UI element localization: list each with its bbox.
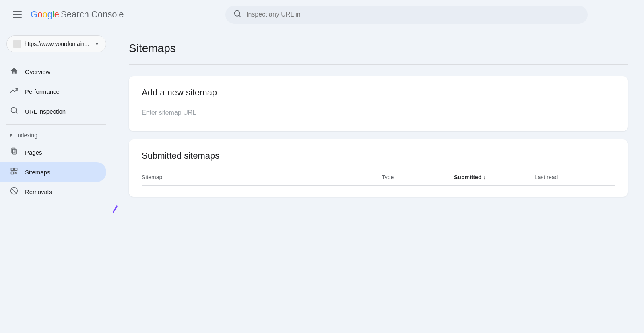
app-logo: Google Search Console <box>31 9 124 20</box>
logo-o1: o <box>37 9 42 19</box>
url-search-icon <box>10 106 19 116</box>
sidebar-item-sitemaps[interactable]: Sitemaps <box>0 162 106 182</box>
menu-button[interactable] <box>10 8 25 21</box>
logo-g: G <box>31 9 37 19</box>
svg-rect-6 <box>11 168 14 171</box>
pages-icon <box>10 147 19 157</box>
svg-rect-4 <box>12 148 15 153</box>
page-title: Sitemaps <box>129 42 628 55</box>
add-sitemap-card: Add a new sitemap <box>129 76 628 131</box>
annotation-arrow <box>113 198 133 279</box>
url-inspect-input[interactable] <box>246 11 580 18</box>
indexing-section-label: Indexing <box>16 132 37 139</box>
chevron-icon: ▾ <box>10 132 12 138</box>
col-header-submitted: Submitted ↓ <box>454 174 535 180</box>
top-header: Google Search Console <box>0 0 644 29</box>
sidebar-item-performance[interactable]: Performance <box>0 82 106 101</box>
domain-text: https://www.yourdomain... <box>25 41 91 47</box>
sidebar-item-overview-label: Overview <box>25 68 50 75</box>
sidebar-item-url-inspection[interactable]: URL inspection <box>0 101 106 121</box>
logo-g2: g <box>47 9 52 19</box>
logo-e: e <box>54 9 59 19</box>
submitted-sitemaps-card: Submitted sitemaps Sitemap Type Submitte… <box>129 139 628 197</box>
domain-favicon <box>13 40 21 48</box>
svg-rect-7 <box>15 168 17 171</box>
col-header-type: Type <box>382 174 454 180</box>
add-sitemap-title: Add a new sitemap <box>142 87 615 98</box>
sidebar-item-pages[interactable]: Pages <box>0 143 106 162</box>
main-content: Sitemaps Add a new sitemap Submitted sit… <box>113 29 644 333</box>
sitemap-url-input[interactable] <box>142 106 615 120</box>
domain-selector[interactable]: https://www.yourdomain... ▼ <box>6 35 106 52</box>
home-icon <box>10 67 19 77</box>
sidebar-divider <box>6 124 106 125</box>
sidebar-item-removals[interactable]: Removals <box>0 182 106 202</box>
sitemaps-table-header: Sitemap Type Submitted ↓ Last read <box>142 169 615 186</box>
sidebar-item-sitemaps-label: Sitemaps <box>25 169 50 176</box>
col-header-sitemap: Sitemap <box>142 174 382 180</box>
title-divider <box>129 64 628 65</box>
indexing-section-header[interactable]: ▾ Indexing <box>0 128 113 143</box>
removals-icon <box>10 187 19 197</box>
col-header-last-read: Last read <box>535 174 615 180</box>
sidebar-item-performance-label: Performance <box>25 88 60 95</box>
sidebar: https://www.yourdomain... ▼ Overview Per… <box>0 29 113 333</box>
sort-down-icon[interactable]: ↓ <box>483 174 486 180</box>
main-layout: https://www.yourdomain... ▼ Overview Per… <box>0 29 644 333</box>
submitted-sitemaps-title: Submitted sitemaps <box>142 151 615 161</box>
svg-rect-5 <box>13 149 16 154</box>
sitemaps-icon <box>10 167 19 177</box>
sidebar-item-url-inspection-label: URL inspection <box>25 108 66 115</box>
app-name: Search Console <box>61 9 124 20</box>
sidebar-item-pages-label: Pages <box>25 149 42 156</box>
url-search-bar[interactable] <box>225 6 588 24</box>
svg-line-3 <box>16 112 17 114</box>
svg-point-0 <box>235 10 240 16</box>
logo-o2: o <box>42 9 47 19</box>
sidebar-item-removals-label: Removals <box>25 188 52 195</box>
svg-line-1 <box>239 15 241 17</box>
svg-rect-8 <box>11 172 14 174</box>
search-icon <box>233 10 242 20</box>
chevron-down-icon: ▼ <box>95 41 99 47</box>
sidebar-item-overview[interactable]: Overview <box>0 62 106 82</box>
trending-up-icon <box>10 87 19 97</box>
